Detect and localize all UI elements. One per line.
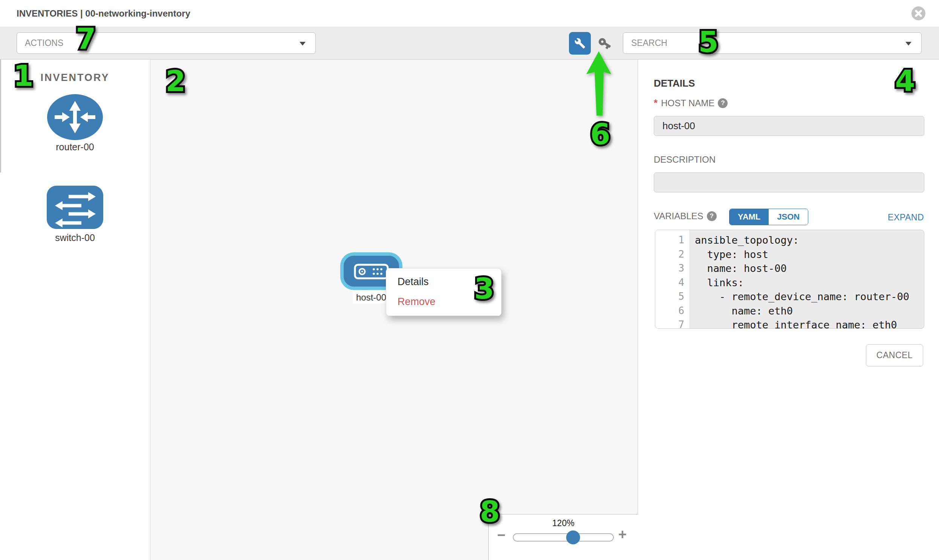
zoom-in-button[interactable]: + <box>618 527 627 542</box>
toolbox-button[interactable] <box>569 32 591 55</box>
sidebar-item-switch-00[interactable]: switch-00 <box>47 186 103 231</box>
details-panel-title: DETAILS <box>654 78 695 89</box>
editor-code-line: type: host <box>695 248 924 262</box>
editor-code-line: name: host-00 <box>695 262 924 276</box>
variables-format-toggle: YAML JSON <box>729 209 808 225</box>
editor-line-number: 5 <box>655 289 689 304</box>
editor-code-line: remote_interface_name: eth0 <box>695 318 924 329</box>
inventory-sidebar: INVENTORY router-00 <box>0 60 150 560</box>
search-dropdown-label: SEARCH <box>631 33 667 54</box>
toolbar: ACTIONS SEARCH <box>0 27 939 60</box>
editor-code-line: name: eth0 <box>695 304 924 318</box>
help-icon[interactable]: ? <box>707 211 717 221</box>
host-name-label: HOST NAME <box>661 98 714 108</box>
switch-icon <box>47 224 103 230</box>
host-name-label-row: * HOST NAME ? <box>654 97 728 109</box>
description-label: DESCRIPTION <box>654 154 715 165</box>
editor-code-line: ansible_topology: <box>695 233 924 248</box>
actions-dropdown-label: ACTIONS <box>25 33 63 54</box>
sidebar-item-router-00[interactable]: router-00 <box>47 94 103 142</box>
node-context-menu: Details Remove <box>386 268 501 316</box>
editor-code-line: links: <box>695 276 924 290</box>
key-icon <box>598 45 612 52</box>
close-button[interactable] <box>911 6 925 20</box>
zoom-percent-label: 120% <box>489 518 638 528</box>
host-name-input[interactable] <box>654 116 924 136</box>
description-label-row: DESCRIPTION <box>654 154 715 165</box>
editor-gutter: 1234567 <box>655 230 690 328</box>
menu-item-remove[interactable]: Remove <box>386 292 501 312</box>
zoom-out-button[interactable]: − <box>497 528 505 542</box>
editor-line-number: 7 <box>655 318 689 329</box>
expand-link[interactable]: EXPAND <box>888 212 924 223</box>
editor-line-number: 3 <box>655 262 689 276</box>
router-icon <box>47 135 103 141</box>
cancel-button[interactable]: CANCEL <box>866 344 923 366</box>
toggle-json-button[interactable]: JSON <box>769 209 808 225</box>
details-panel: DETAILS * HOST NAME ? DESCRIPTION VARIAB… <box>638 60 939 560</box>
description-input[interactable] <box>654 172 924 192</box>
zoom-control: 120% − + <box>488 514 638 560</box>
zoom-slider-knob[interactable] <box>566 531 580 545</box>
editor-line-number: 6 <box>655 304 689 318</box>
zoom-slider-track[interactable] <box>513 533 614 542</box>
topology-canvas[interactable]: host-00 Details Remove 120% − + <box>150 60 638 560</box>
actions-dropdown[interactable]: ACTIONS <box>17 32 316 54</box>
variables-label-row: VARIABLES ? <box>654 211 717 222</box>
editor-line-number: 2 <box>655 248 689 262</box>
search-dropdown[interactable]: SEARCH <box>623 32 922 54</box>
editor-line-number: 1 <box>655 233 689 248</box>
variables-label: VARIABLES <box>654 211 703 222</box>
sidebar-item-label: switch-00 <box>47 232 103 243</box>
editor-line-number: 4 <box>655 276 689 290</box>
host-node-label: host-00 <box>353 291 390 303</box>
key-button[interactable] <box>598 36 613 51</box>
menu-item-details[interactable]: Details <box>386 272 501 292</box>
page-title: INVENTORIES | 00-networking-inventory <box>17 0 190 27</box>
sidebar-title: INVENTORY <box>0 72 150 84</box>
help-icon[interactable]: ? <box>718 98 728 108</box>
editor-code-line: - remote_device_name: router-00 <box>695 289 924 304</box>
chevron-down-icon <box>905 42 911 46</box>
header: INVENTORIES | 00-networking-inventory <box>0 0 939 27</box>
required-marker: * <box>654 97 657 109</box>
toggle-yaml-button[interactable]: YAML <box>729 209 769 225</box>
editor-code[interactable]: ansible_topology: type: host name: host-… <box>690 230 924 328</box>
inventory-topology-app: INVENTORIES | 00-networking-inventory AC… <box>0 0 939 560</box>
chevron-down-icon <box>299 42 305 46</box>
sidebar-item-label: router-00 <box>47 142 103 152</box>
variables-editor[interactable]: 1234567 ansible_topology: type: host nam… <box>655 230 924 329</box>
